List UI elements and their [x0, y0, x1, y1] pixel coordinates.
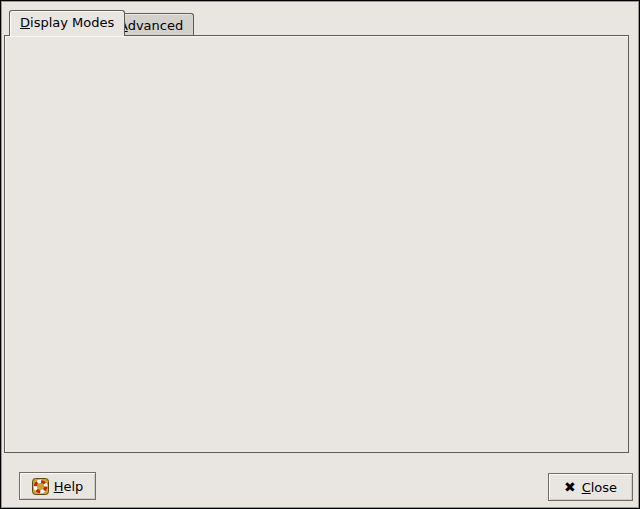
tab-display-modes[interactable]: Display Modes — [9, 10, 125, 36]
xscreensaver-preferences-dialog: Display Modes Advanced Mode: Only One Sc… — [0, 0, 640, 509]
tab-display-modes-label: D — [20, 15, 30, 30]
help-lifebuoy-icon — [32, 478, 49, 495]
notebook-page — [4, 35, 629, 453]
close-x-icon: ✖ — [564, 479, 576, 495]
help-button[interactable]: Help — [19, 472, 96, 500]
close-button[interactable]: ✖ Close — [548, 473, 633, 501]
